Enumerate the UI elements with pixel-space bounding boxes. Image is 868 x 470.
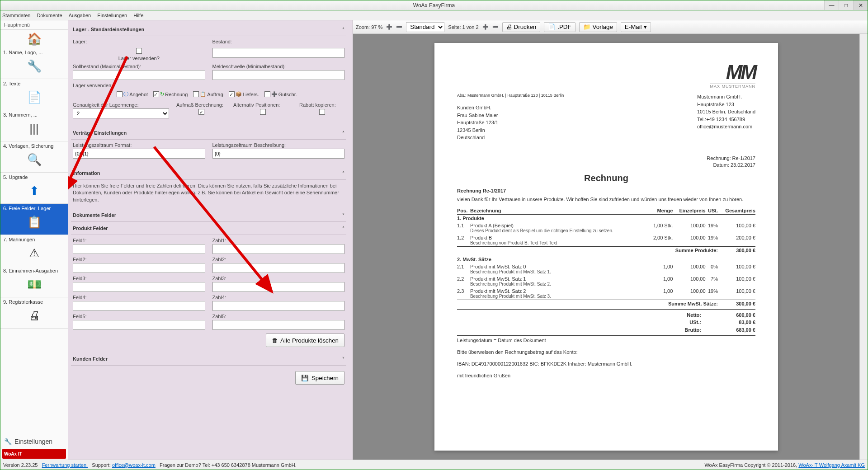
statusbar: Version 2.23.25 Fernwartung starten. Sup… xyxy=(0,460,868,470)
sidebar-item-upgrade[interactable]: 5. Upgrade⬆ xyxy=(0,173,68,204)
chevron-up-icon: ˄ xyxy=(342,226,344,231)
menu-ausgaben[interactable]: Ausgaben xyxy=(69,13,91,18)
barcode-icon: ||| xyxy=(3,118,65,139)
lager-verwenden-checkbox[interactable] xyxy=(136,48,142,54)
feld1-input[interactable] xyxy=(73,244,205,254)
section-lager[interactable]: Lager - Standardeinstellungen˄ xyxy=(71,23,346,36)
section-dokumente-felder[interactable]: Dokumente Felder˅ xyxy=(71,209,346,222)
preview-canvas[interactable]: MM MAX MUSTERMANN Abs.: Mustermann GmbH.… xyxy=(353,34,859,460)
info-text: Hier können Sie freie Felder und freie Z… xyxy=(73,183,344,203)
sidebar-item-registrierkasse[interactable]: 9. Registrierkasse🖨 xyxy=(0,297,68,329)
chevron-up-icon: ˄ xyxy=(342,131,344,136)
save-icon: 💾 xyxy=(301,375,309,381)
lz-beschr-input[interactable] xyxy=(212,149,345,159)
sidebar-item-einnahmen[interactable]: 8. Einnahmen-Ausgaben💵 xyxy=(0,266,68,297)
support-email-link[interactable]: office@woax-it.com xyxy=(112,462,156,468)
titlebar: WoAx EasyFirma — □ ✕ xyxy=(0,0,868,10)
table-row: 1.2Produkt BBeschreibung von Produkt B. … xyxy=(457,234,755,247)
sidebar-item-mahnungen[interactable]: 7. Mahnungen⚠ xyxy=(0,235,68,266)
section-kunden-felder[interactable]: Kunden Felder˅ xyxy=(71,352,346,366)
chevron-up-icon: ˄ xyxy=(342,171,344,176)
folder-icon: 📁 xyxy=(583,24,591,30)
menu-hilfe[interactable]: Hilfe xyxy=(133,13,143,18)
email-button[interactable]: E-Mail ▾ xyxy=(621,22,651,32)
angebot-checkbox[interactable] xyxy=(117,91,123,97)
app-title: WoAx EasyFirma xyxy=(413,2,455,9)
rabatt-checkbox[interactable] xyxy=(319,109,325,115)
zoom-label: Zoom: 97 % xyxy=(356,24,382,30)
feld2-input[interactable] xyxy=(73,263,205,273)
invoice-page: MM MAX MUSTERMANN Abs.: Mustermann GmbH.… xyxy=(434,43,778,451)
table-row: 2.1Produkt mit MwSt. Satz 0Beschreibung … xyxy=(457,263,755,275)
feld3-input[interactable] xyxy=(73,282,205,292)
zahl4-input[interactable] xyxy=(212,301,345,311)
register-icon: 🖨 xyxy=(3,305,65,326)
maximize-button[interactable]: □ xyxy=(839,0,853,10)
page-label: Seite: 1 von 2 xyxy=(448,24,478,30)
zahl1-input[interactable] xyxy=(212,244,345,254)
aufmass-checkbox[interactable]: ✓ xyxy=(198,109,204,115)
section-information[interactable]: Information˄ xyxy=(71,167,346,180)
chevron-down-icon: ˅ xyxy=(342,213,344,218)
sidebar-header: Hauptmenü xyxy=(0,20,68,30)
speichern-button[interactable]: 💾Speichern xyxy=(295,371,344,385)
sollbestand-input[interactable] xyxy=(73,70,205,80)
feld5-input[interactable] xyxy=(73,320,205,330)
alternativ-checkbox[interactable] xyxy=(260,109,266,115)
invoice-title: Rechnung xyxy=(457,173,755,183)
close-button[interactable]: ✕ xyxy=(853,0,868,10)
trash-icon: 🗑 xyxy=(272,337,278,344)
genauigkeit-select[interactable]: 2 xyxy=(73,108,169,118)
menu-dokumente[interactable]: Dokumente xyxy=(37,13,62,18)
table-row: 1.1Produkt A (Beispiel)Dieses Produkt di… xyxy=(457,222,755,234)
zahl5-input[interactable] xyxy=(212,320,345,330)
menu-einstellungen[interactable]: Einstellungen xyxy=(97,13,127,18)
page-prev-icon[interactable]: ➖ xyxy=(492,24,499,30)
liefers-checkbox[interactable]: ✓ xyxy=(229,91,235,97)
meldeschwelle-input[interactable] xyxy=(212,70,345,80)
vorlage-button[interactable]: 📁Vorlage xyxy=(579,22,617,32)
pdf-button[interactable]: 📄.PDF xyxy=(544,22,575,32)
preview-toolbar: Zoom: 97 % ➕➖ Standard Seite: 1 von 2 ➕➖… xyxy=(353,20,868,34)
arrow-up-icon: ⬆ xyxy=(3,180,65,202)
bestand-input[interactable] xyxy=(212,48,345,58)
zahl2-input[interactable] xyxy=(212,263,345,273)
printer-icon: 🖨 xyxy=(506,24,512,30)
form-icon: 📋 xyxy=(3,211,65,233)
sidebar-item-name-logo[interactable]: 1. Name, Logo, ...🔧 xyxy=(0,48,68,79)
gutschr-checkbox[interactable] xyxy=(264,91,270,97)
section-vertraege[interactable]: Verträge Einstellungen˄ xyxy=(71,127,346,140)
wrench-icon: 🔧 xyxy=(3,55,65,77)
alle-produkte-loeschen-button[interactable]: 🗑Alle Produkte löschen xyxy=(266,334,344,347)
menu-stammdaten[interactable]: Stammdaten xyxy=(2,13,30,18)
auftrag-checkbox[interactable] xyxy=(193,91,199,97)
zoom-out-icon[interactable]: ➖ xyxy=(396,24,402,30)
sidebar-item-texte[interactable]: 2. Texte📄 xyxy=(0,79,68,110)
table-row: 2.2Produkt mit MwSt. Satz 1Beschreibung … xyxy=(457,275,755,287)
page-next-icon[interactable]: ➕ xyxy=(482,24,489,30)
pdf-icon: 📄 xyxy=(548,24,556,30)
sidebar-footer: 🔧Einstellungen xyxy=(0,434,68,449)
fernwartung-link[interactable]: Fernwartung starten. xyxy=(42,462,88,468)
view-select[interactable]: Standard xyxy=(406,22,444,32)
rechnung-checkbox[interactable]: ✓ xyxy=(153,91,159,97)
sidebar-item-nummern[interactable]: 3. Nummern, ...||| xyxy=(0,110,68,141)
sidebar-item-freie-felder[interactable]: 6. Freie Felder, Lager📋 xyxy=(0,204,68,235)
chevron-down-icon: ˅ xyxy=(342,357,344,362)
logo-text: MM xyxy=(710,61,755,84)
section-produkt-felder[interactable]: Produkt Felder˄ xyxy=(71,222,346,235)
zoom-in-icon[interactable]: ➕ xyxy=(386,24,392,30)
preview-panel: Zoom: 97 % ➕➖ Standard Seite: 1 von 2 ➕➖… xyxy=(353,20,868,460)
lz-format-input[interactable] xyxy=(73,149,205,159)
sidebar: Hauptmenü 🏠 1. Name, Logo, ...🔧 2. Texte… xyxy=(0,20,68,460)
scrollbar[interactable] xyxy=(859,34,868,460)
zahl3-input[interactable] xyxy=(212,282,345,292)
feld4-input[interactable] xyxy=(73,301,205,311)
search-icon: 🔍 xyxy=(3,149,65,170)
drucken-button[interactable]: 🖨Drucken xyxy=(502,22,541,32)
sidebar-item-vorlagen[interactable]: 4. Vorlagen, Sicherung🔍 xyxy=(0,141,68,173)
company-link[interactable]: WoAx-IT Wolfgang Axamit KG xyxy=(798,462,865,468)
minimize-button[interactable]: — xyxy=(824,0,839,10)
document-icon: 📄 xyxy=(3,86,65,108)
menubar: Stammdaten Dokumente Ausgaben Einstellun… xyxy=(0,10,868,20)
